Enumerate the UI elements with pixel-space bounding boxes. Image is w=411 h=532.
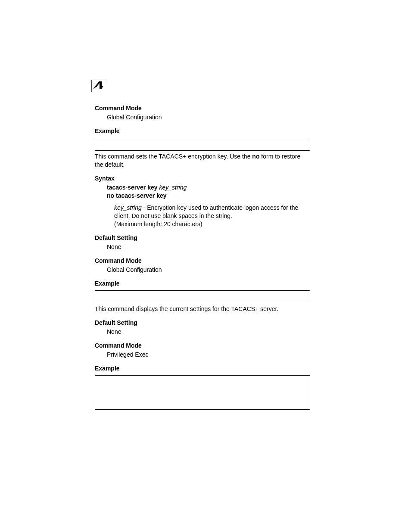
text-command-mode-value: Global Configuration bbox=[107, 113, 310, 121]
heading-command-mode: Command Mode bbox=[95, 105, 310, 112]
example-box bbox=[95, 138, 310, 151]
syntax-line-1: tacacs-server key key_string bbox=[107, 184, 310, 192]
paragraph-intro: This command sets the TACACS+ encryption… bbox=[95, 152, 310, 169]
param-block: key_string - Encryption key used to auth… bbox=[114, 204, 310, 220]
text-default-value: None bbox=[107, 243, 310, 251]
intro-pre: This command sets the TACACS+ encryption… bbox=[95, 153, 252, 160]
paragraph-intro: This command displays the current settin… bbox=[95, 305, 310, 313]
syntax-no-cmd: no tacacs-server key bbox=[107, 192, 167, 199]
text-command-mode-value: Global Configuration bbox=[107, 266, 310, 274]
param-name: key_string bbox=[114, 204, 142, 211]
document-page: Command Mode Global Configuration Exampl… bbox=[95, 80, 310, 410]
heading-example: Example bbox=[95, 365, 310, 372]
chapter-icon bbox=[91, 80, 106, 92]
text-command-mode-value: Privileged Exec bbox=[107, 351, 310, 359]
intro-bold: no bbox=[252, 153, 259, 160]
example-box bbox=[95, 290, 310, 303]
chapter-marker bbox=[91, 80, 310, 92]
example-box bbox=[95, 375, 310, 410]
heading-default-setting: Default Setting bbox=[95, 234, 310, 241]
heading-command-mode: Command Mode bbox=[95, 342, 310, 349]
param-maxlen: (Maximum length: 20 characters) bbox=[114, 220, 310, 228]
heading-example: Example bbox=[95, 128, 310, 134]
param-dash: - bbox=[142, 204, 147, 211]
heading-syntax: Syntax bbox=[95, 175, 310, 182]
syntax-arg: key_string bbox=[159, 184, 187, 191]
heading-command-mode: Command Mode bbox=[95, 257, 310, 264]
heading-default-setting: Default Setting bbox=[95, 319, 310, 326]
text-default-value: None bbox=[107, 328, 310, 336]
syntax-line-2: no tacacs-server key bbox=[107, 192, 310, 200]
syntax-cmd: tacacs-server key bbox=[107, 184, 159, 191]
heading-example: Example bbox=[95, 280, 310, 287]
